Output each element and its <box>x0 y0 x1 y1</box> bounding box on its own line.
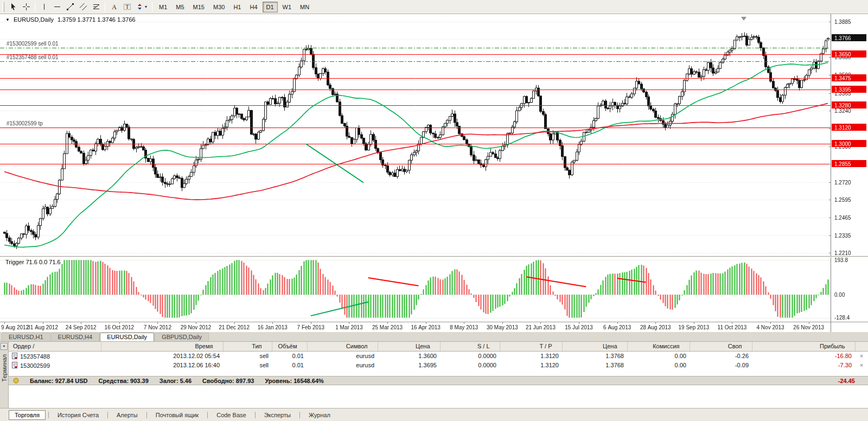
order-time: 2013.12.06 16:40 <box>101 360 223 369</box>
order-sl: 0.0000 <box>440 351 500 360</box>
margin-level-value: Уровень: 16548.64% <box>265 378 323 384</box>
timeframe-h4-button[interactable]: H4 <box>246 2 261 12</box>
col-header-price-open[interactable]: Цена <box>378 342 440 351</box>
col-header-order[interactable]: Ордер / <box>9 342 101 351</box>
chevron-down-icon: ▼ <box>144 5 148 9</box>
terminal-tab-history[interactable]: История Счета <box>52 410 105 420</box>
vertical-line-tool-button[interactable] <box>37 1 50 13</box>
svg-text:A: A <box>112 3 117 11</box>
trendline-tool-button[interactable] <box>63 1 76 13</box>
col-header-tp[interactable]: T / P <box>500 342 562 351</box>
tab-separator <box>255 412 256 418</box>
col-header-symbol[interactable]: Символ <box>307 342 378 351</box>
col-header-volume[interactable]: Объём <box>272 342 307 351</box>
order-tp: 1.3120 <box>500 351 562 360</box>
terminal-tab-mailbox[interactable]: Почтовый ящик <box>150 410 205 420</box>
col-header-profit[interactable]: Прибыль <box>752 342 855 351</box>
col-header-sl[interactable]: S / L <box>440 342 500 351</box>
timeframe-m30-button[interactable]: M30 <box>209 2 228 12</box>
balance-value: Баланс: 927.84 USD <box>30 378 88 384</box>
timeframe-w1-button[interactable]: W1 <box>279 2 296 12</box>
cursor-tool-button[interactable] <box>7 1 20 13</box>
terminal-tab-trade[interactable]: Торговля <box>9 410 46 420</box>
terminal-tab-experts[interactable]: Эксперты <box>258 410 297 420</box>
chart-tab-gbpusd-daily[interactable]: GBPUSD,Daily <box>155 333 209 341</box>
col-header-time[interactable]: Время <box>101 342 223 351</box>
chart-tab-eurusd-h1[interactable]: EURUSD,H1 <box>2 333 50 341</box>
close-order-button[interactable]: × <box>855 360 868 369</box>
channel-icon <box>79 3 87 11</box>
timeframe-m5-button[interactable]: M5 <box>172 2 188 12</box>
terminal-panel: × Терминал Ордер / Время Тип Объём Симво… <box>0 342 868 421</box>
tab-separator <box>107 412 108 418</box>
col-header-close <box>855 342 868 351</box>
order-doc-icon <box>12 353 17 360</box>
crosshair-tool-button[interactable] <box>20 1 33 13</box>
text-icon: A <box>110 3 118 11</box>
margin-value: Залог: 5.46 <box>159 378 192 384</box>
order-row[interactable]: 152357488 2013.12.02 05:54 sell 0.01 eur… <box>9 351 868 360</box>
terminal-tab-alerts[interactable]: Алерты <box>111 410 144 420</box>
chart-canvas[interactable] <box>0 14 868 332</box>
tab-separator <box>48 412 49 418</box>
timeframe-m15-button[interactable]: M15 <box>189 2 208 12</box>
vertical-line-icon <box>40 3 48 11</box>
order-row[interactable]: 153002599 2013.12.06 16:40 sell 0.01 eur… <box>9 360 868 369</box>
order-id: 152357488 <box>20 353 50 360</box>
col-header-swap[interactable]: Своп <box>690 342 752 351</box>
tab-separator <box>207 412 208 418</box>
toolbar-separator <box>35 2 35 12</box>
timeframe-h1-button[interactable]: H1 <box>229 2 245 12</box>
orders-header-row: Ордер / Время Тип Объём Символ Цена S / … <box>9 342 868 351</box>
horizontal-line-tool-button[interactable] <box>50 1 63 13</box>
order-tp: 1.3120 <box>500 360 562 369</box>
order-open-price: 1.3600 <box>378 351 440 360</box>
svg-text:T: T <box>125 4 129 10</box>
toolbar-separator <box>105 2 105 12</box>
tab-separator <box>146 412 147 418</box>
toolbar: A T ▼ M1 M5 M15 M30 H1 H4 D1 W1 MN <box>0 0 868 14</box>
order-open-price: 1.3695 <box>378 360 440 369</box>
timeframe-m1-button[interactable]: M1 <box>155 2 171 12</box>
chart-tab-eurusd-daily[interactable]: EURUSD,Daily <box>100 333 154 341</box>
timeframe-d1-button[interactable]: D1 <box>263 2 278 12</box>
text-label-tool-button[interactable]: T <box>120 1 133 13</box>
close-order-button[interactable]: × <box>855 351 868 360</box>
text-tool-button[interactable]: A <box>107 1 120 13</box>
order-commission: 0.00 <box>627 360 690 369</box>
arrows-tool-button[interactable]: ▼ <box>133 1 150 13</box>
equidistant-channel-tool-button[interactable] <box>76 1 90 13</box>
toolbar-grip[interactable] <box>3 2 4 12</box>
terminal-body: Ордер / Время Тип Объём Символ Цена S / … <box>9 342 868 408</box>
balance-icon <box>13 378 19 384</box>
order-symbol: eurusd <box>307 351 378 360</box>
terminal-side-strip: × Терминал <box>0 342 9 408</box>
chart-tab-bar: EURUSD,H1 EURUSD,H4 EURUSD,Daily GBPUSD,… <box>0 332 868 342</box>
toolbar-separator <box>152 2 152 12</box>
terminal-tab-codebase[interactable]: Code Base <box>210 410 252 420</box>
terminal-close-button[interactable]: × <box>1 343 8 350</box>
chart-area: ▼ EURUSD,Daily 1.3759 1.3771 1.3746 1.37… <box>0 14 868 332</box>
terminal-tab-bar: Торговля История Счета Алерты Почтовый я… <box>0 408 868 421</box>
trendline-icon <box>66 3 74 11</box>
cursor-icon <box>9 3 17 11</box>
timeframe-mn-button[interactable]: MN <box>296 2 313 12</box>
fibonacci-tool-button[interactable] <box>90 1 103 13</box>
chart-tab-eurusd-h4[interactable]: EURUSD,H4 <box>51 333 100 341</box>
crosshair-icon <box>22 3 30 11</box>
fibonacci-icon <box>92 3 100 11</box>
col-header-price-current[interactable]: Цена <box>562 342 627 351</box>
arrows-icon <box>136 3 144 11</box>
order-profit: -7.30 <box>752 360 855 369</box>
equity-value: Средства: 903.39 <box>99 378 149 384</box>
order-volume: 0.01 <box>272 351 307 360</box>
terminal-tab-journal[interactable]: Журнал <box>303 410 336 420</box>
order-doc-icon <box>12 362 17 369</box>
col-header-commission[interactable]: Комиссия <box>627 342 690 351</box>
order-swap: -0.26 <box>690 351 752 360</box>
terminal-vertical-title[interactable]: Терминал <box>1 354 8 382</box>
col-header-type[interactable]: Тип <box>223 342 272 351</box>
order-profit: -16.80 <box>752 351 855 360</box>
order-volume: 0.01 <box>272 360 307 369</box>
label-icon: T <box>123 3 131 11</box>
